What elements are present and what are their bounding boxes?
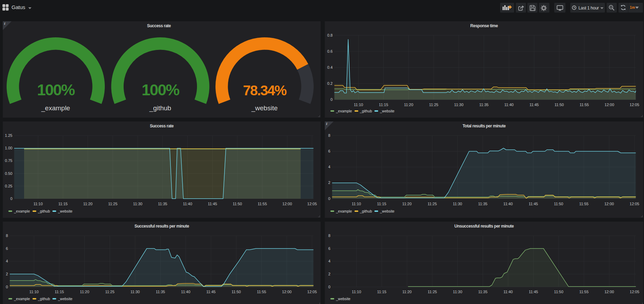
svg-text:12:05: 12:05 [630, 103, 639, 107]
svg-text:11:20: 11:20 [402, 202, 412, 206]
svg-text:6: 6 [328, 149, 330, 153]
svg-text:11:25: 11:25 [429, 103, 439, 107]
svg-text:12:00: 12:00 [604, 202, 614, 206]
svg-text:11:45: 11:45 [529, 103, 539, 107]
svg-text:11:50: 11:50 [554, 290, 563, 294]
svg-text:11:30: 11:30 [133, 202, 142, 206]
svg-text:11:50: 11:50 [554, 202, 563, 206]
svg-text:1.25: 1.25 [5, 133, 12, 138]
svg-text:11:35: 11:35 [479, 103, 489, 107]
svg-text:0.75: 0.75 [5, 158, 12, 163]
svg-text:8: 8 [328, 133, 330, 138]
svg-text:11:45: 11:45 [208, 202, 217, 206]
svg-text:0: 0 [10, 197, 12, 201]
svg-text:11:50: 11:50 [555, 103, 564, 107]
svg-text:6: 6 [6, 246, 8, 251]
svg-text:12:00: 12:00 [605, 103, 614, 107]
svg-text:11:55: 11:55 [258, 202, 267, 206]
svg-text:8: 8 [328, 233, 330, 238]
svg-text:11:40: 11:40 [503, 202, 513, 206]
svg-text:11:25: 11:25 [427, 202, 437, 206]
svg-text:12:05: 12:05 [630, 202, 639, 206]
svg-text:1.00: 1.00 [5, 146, 12, 150]
svg-text:6: 6 [328, 246, 330, 251]
svg-text:0.50: 0.50 [5, 171, 12, 176]
svg-text:11:40: 11:40 [504, 290, 513, 294]
svg-text:100%: 100% [37, 81, 75, 99]
svg-text:11:10: 11:10 [352, 202, 361, 206]
svg-text:11:30: 11:30 [453, 202, 462, 206]
svg-text:11:35: 11:35 [156, 290, 165, 294]
svg-text:11:55: 11:55 [579, 202, 588, 206]
svg-text:4: 4 [328, 165, 330, 169]
svg-text:11:10: 11:10 [29, 290, 39, 294]
svg-text:11:55: 11:55 [580, 103, 589, 107]
svg-text:0.8: 0.8 [327, 33, 332, 37]
svg-text:11:35: 11:35 [478, 202, 488, 206]
svg-text:11:10: 11:10 [354, 103, 363, 107]
svg-text:12:00: 12:00 [283, 202, 292, 206]
svg-text:11:30: 11:30 [453, 290, 462, 294]
svg-text:11:45: 11:45 [206, 290, 216, 294]
svg-text:12:05: 12:05 [630, 290, 639, 294]
svg-text:11:50: 11:50 [232, 290, 241, 294]
svg-text:11:30: 11:30 [454, 103, 463, 107]
svg-text:11:15: 11:15 [377, 202, 386, 206]
svg-text:11:10: 11:10 [34, 202, 43, 206]
svg-text:11:25: 11:25 [427, 290, 437, 294]
svg-text:0.6: 0.6 [327, 49, 332, 53]
svg-text:11:25: 11:25 [105, 290, 115, 294]
svg-text:0: 0 [328, 197, 330, 201]
svg-text:11:15: 11:15 [58, 202, 68, 206]
svg-text:11:20: 11:20 [83, 202, 93, 206]
svg-text:11:15: 11:15 [377, 290, 387, 294]
svg-text:11:55: 11:55 [579, 290, 589, 294]
svg-text:0: 0 [328, 285, 330, 289]
svg-text:11:45: 11:45 [529, 202, 538, 206]
svg-text:4: 4 [6, 259, 8, 263]
svg-text:0: 0 [330, 97, 332, 102]
svg-text:11:35: 11:35 [158, 202, 167, 206]
svg-text:12:05: 12:05 [307, 290, 317, 294]
svg-text:11:25: 11:25 [108, 202, 118, 206]
svg-text:11:15: 11:15 [379, 103, 388, 107]
svg-text:11:50: 11:50 [233, 202, 242, 206]
svg-text:0.4: 0.4 [327, 65, 332, 69]
svg-text:2: 2 [328, 272, 330, 276]
svg-text:11:20: 11:20 [402, 290, 412, 294]
svg-text:11:40: 11:40 [181, 290, 190, 294]
svg-text:11:10: 11:10 [352, 290, 361, 294]
svg-text:2: 2 [328, 180, 330, 185]
svg-text:11:35: 11:35 [478, 290, 488, 294]
svg-text:11:20: 11:20 [80, 290, 89, 294]
svg-text:0.2: 0.2 [327, 81, 332, 86]
svg-text:2: 2 [6, 272, 8, 276]
svg-text:0.25: 0.25 [5, 184, 12, 188]
svg-text:12:05: 12:05 [307, 202, 317, 206]
svg-text:0: 0 [6, 285, 8, 289]
svg-text:4: 4 [328, 259, 330, 263]
svg-text:100%: 100% [141, 81, 179, 99]
svg-text:8: 8 [6, 233, 8, 238]
svg-text:11:20: 11:20 [404, 103, 414, 107]
svg-text:78.34%: 78.34% [243, 83, 287, 98]
svg-text:12:00: 12:00 [282, 290, 292, 294]
svg-text:12:00: 12:00 [605, 290, 614, 294]
svg-text:11:45: 11:45 [529, 290, 538, 294]
svg-text:11:40: 11:40 [183, 202, 192, 206]
svg-text:11:40: 11:40 [504, 103, 514, 107]
svg-text:11:55: 11:55 [257, 290, 266, 294]
svg-text:11:15: 11:15 [54, 290, 64, 294]
svg-text:11:30: 11:30 [131, 290, 140, 294]
